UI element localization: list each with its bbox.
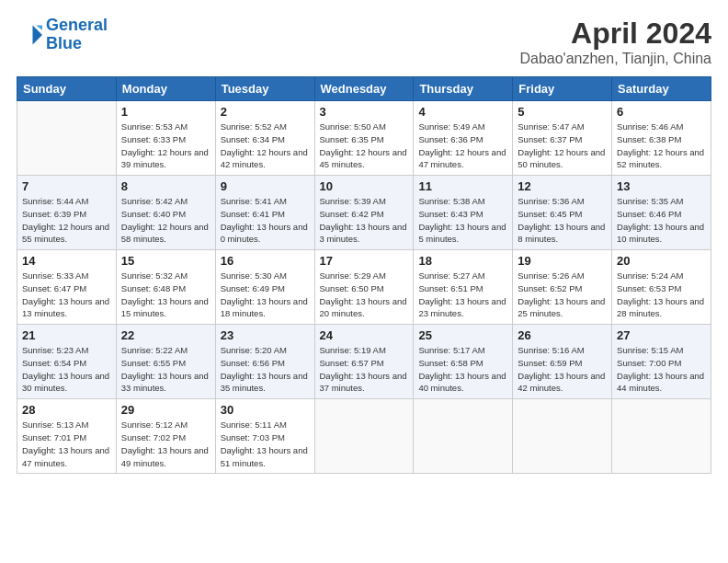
day-info: Sunrise: 5:16 AM Sunset: 6:59 PM Dayligh… bbox=[518, 344, 607, 395]
weekday-header-friday: Friday bbox=[513, 77, 612, 101]
day-cell: 6Sunrise: 5:46 AM Sunset: 6:38 PM Daylig… bbox=[612, 101, 711, 176]
day-number: 24 bbox=[320, 328, 409, 342]
day-number: 19 bbox=[518, 254, 607, 268]
day-cell: 23Sunrise: 5:20 AM Sunset: 6:56 PM Dayli… bbox=[215, 325, 314, 399]
day-info: Sunrise: 5:38 AM Sunset: 6:43 PM Dayligh… bbox=[418, 195, 507, 246]
day-cell: 19Sunrise: 5:26 AM Sunset: 6:52 PM Dayli… bbox=[513, 250, 612, 325]
weekday-header-row: SundayMondayTuesdayWednesdayThursdayFrid… bbox=[17, 77, 711, 101]
day-info: Sunrise: 5:46 AM Sunset: 6:38 PM Dayligh… bbox=[617, 121, 706, 171]
week-row-1: 1Sunrise: 5:53 AM Sunset: 6:33 PM Daylig… bbox=[17, 101, 711, 176]
day-info: Sunrise: 5:50 AM Sunset: 6:35 PM Dayligh… bbox=[320, 121, 409, 171]
day-number: 18 bbox=[418, 254, 507, 268]
day-cell: 10Sunrise: 5:39 AM Sunset: 6:42 PM Dayli… bbox=[314, 176, 414, 250]
day-cell: 20Sunrise: 5:24 AM Sunset: 6:53 PM Dayli… bbox=[612, 250, 711, 325]
day-info: Sunrise: 5:52 AM Sunset: 6:34 PM Dayligh… bbox=[221, 121, 310, 171]
day-info: Sunrise: 5:17 AM Sunset: 6:58 PM Dayligh… bbox=[418, 344, 507, 395]
day-cell: 7Sunrise: 5:44 AM Sunset: 6:39 PM Daylig… bbox=[17, 176, 117, 250]
day-cell: 9Sunrise: 5:41 AM Sunset: 6:41 PM Daylig… bbox=[215, 176, 314, 250]
day-number: 22 bbox=[121, 328, 210, 342]
day-cell: 26Sunrise: 5:16 AM Sunset: 6:59 PM Dayli… bbox=[513, 325, 612, 399]
day-number: 8 bbox=[121, 179, 210, 193]
day-cell: 21Sunrise: 5:23 AM Sunset: 6:54 PM Dayli… bbox=[17, 325, 117, 399]
day-number: 20 bbox=[617, 254, 706, 268]
day-info: Sunrise: 5:39 AM Sunset: 6:42 PM Dayligh… bbox=[320, 195, 409, 246]
day-number: 9 bbox=[221, 179, 310, 193]
day-info: Sunrise: 5:26 AM Sunset: 6:52 PM Dayligh… bbox=[518, 270, 607, 320]
page: General Blue April 2024 Dabao'anzhen, Ti… bbox=[0, 0, 728, 563]
logo-line2: Blue bbox=[46, 34, 82, 52]
day-info: Sunrise: 5:29 AM Sunset: 6:50 PM Dayligh… bbox=[320, 270, 409, 320]
day-number: 3 bbox=[320, 105, 409, 119]
day-number: 4 bbox=[418, 105, 507, 119]
day-cell: 11Sunrise: 5:38 AM Sunset: 6:43 PM Dayli… bbox=[414, 176, 513, 250]
day-cell: 8Sunrise: 5:42 AM Sunset: 6:40 PM Daylig… bbox=[116, 176, 215, 250]
day-cell: 5Sunrise: 5:47 AM Sunset: 6:37 PM Daylig… bbox=[513, 101, 612, 176]
weekday-header-tuesday: Tuesday bbox=[215, 77, 314, 101]
day-cell: 16Sunrise: 5:30 AM Sunset: 6:49 PM Dayli… bbox=[215, 250, 314, 325]
week-row-5: 28Sunrise: 5:13 AM Sunset: 7:01 PM Dayli… bbox=[17, 399, 711, 474]
day-cell: 27Sunrise: 5:15 AM Sunset: 7:00 PM Dayli… bbox=[612, 325, 711, 399]
calendar-table: SundayMondayTuesdayWednesdayThursdayFrid… bbox=[17, 76, 711, 474]
day-info: Sunrise: 5:44 AM Sunset: 6:39 PM Dayligh… bbox=[22, 195, 111, 246]
title-block: April 2024 Dabao'anzhen, Tianjin, China bbox=[519, 17, 711, 67]
day-cell bbox=[513, 399, 612, 474]
day-number: 28 bbox=[22, 403, 111, 417]
day-info: Sunrise: 5:20 AM Sunset: 6:56 PM Dayligh… bbox=[221, 344, 310, 395]
day-number: 27 bbox=[617, 328, 706, 342]
day-cell: 4Sunrise: 5:49 AM Sunset: 6:36 PM Daylig… bbox=[414, 101, 513, 176]
day-cell: 12Sunrise: 5:36 AM Sunset: 6:45 PM Dayli… bbox=[513, 176, 612, 250]
day-cell bbox=[414, 399, 513, 474]
weekday-header-sunday: Sunday bbox=[17, 77, 117, 101]
day-cell bbox=[314, 399, 414, 474]
day-number: 13 bbox=[617, 179, 706, 193]
subtitle: Dabao'anzhen, Tianjin, China bbox=[519, 51, 711, 67]
day-info: Sunrise: 5:36 AM Sunset: 6:45 PM Dayligh… bbox=[518, 195, 607, 246]
day-number: 16 bbox=[221, 254, 310, 268]
day-cell: 15Sunrise: 5:32 AM Sunset: 6:48 PM Dayli… bbox=[116, 250, 215, 325]
day-info: Sunrise: 5:15 AM Sunset: 7:00 PM Dayligh… bbox=[617, 344, 706, 395]
day-info: Sunrise: 5:13 AM Sunset: 7:01 PM Dayligh… bbox=[22, 419, 111, 469]
day-number: 5 bbox=[518, 105, 607, 119]
day-info: Sunrise: 5:24 AM Sunset: 6:53 PM Dayligh… bbox=[617, 270, 706, 320]
day-cell: 29Sunrise: 5:12 AM Sunset: 7:02 PM Dayli… bbox=[116, 399, 215, 474]
logo: General Blue bbox=[17, 17, 108, 53]
day-info: Sunrise: 5:12 AM Sunset: 7:02 PM Dayligh… bbox=[121, 419, 210, 469]
day-number: 29 bbox=[121, 403, 210, 417]
day-info: Sunrise: 5:27 AM Sunset: 6:51 PM Dayligh… bbox=[418, 270, 507, 320]
svg-marker-1 bbox=[36, 25, 42, 29]
logo-icon bbox=[17, 22, 42, 48]
day-cell bbox=[612, 399, 711, 474]
day-cell: 17Sunrise: 5:29 AM Sunset: 6:50 PM Dayli… bbox=[314, 250, 414, 325]
day-number: 10 bbox=[320, 179, 409, 193]
day-number: 26 bbox=[518, 328, 607, 342]
day-number: 17 bbox=[320, 254, 409, 268]
day-cell: 24Sunrise: 5:19 AM Sunset: 6:57 PM Dayli… bbox=[314, 325, 414, 399]
day-number: 21 bbox=[22, 328, 111, 342]
day-cell: 3Sunrise: 5:50 AM Sunset: 6:35 PM Daylig… bbox=[314, 101, 414, 176]
day-info: Sunrise: 5:33 AM Sunset: 6:47 PM Dayligh… bbox=[22, 270, 111, 320]
day-info: Sunrise: 5:49 AM Sunset: 6:36 PM Dayligh… bbox=[418, 121, 507, 171]
day-number: 25 bbox=[418, 328, 507, 342]
day-number: 11 bbox=[418, 179, 507, 193]
day-cell: 30Sunrise: 5:11 AM Sunset: 7:03 PM Dayli… bbox=[215, 399, 314, 474]
weekday-header-wednesday: Wednesday bbox=[314, 77, 414, 101]
day-info: Sunrise: 5:11 AM Sunset: 7:03 PM Dayligh… bbox=[221, 419, 310, 469]
day-info: Sunrise: 5:41 AM Sunset: 6:41 PM Dayligh… bbox=[221, 195, 310, 246]
day-info: Sunrise: 5:22 AM Sunset: 6:55 PM Dayligh… bbox=[121, 344, 210, 395]
weekday-header-thursday: Thursday bbox=[414, 77, 513, 101]
main-title: April 2024 bbox=[519, 17, 711, 51]
day-cell: 18Sunrise: 5:27 AM Sunset: 6:51 PM Dayli… bbox=[414, 250, 513, 325]
day-cell: 2Sunrise: 5:52 AM Sunset: 6:34 PM Daylig… bbox=[215, 101, 314, 176]
day-number: 1 bbox=[121, 105, 210, 119]
day-cell bbox=[17, 101, 117, 176]
day-cell: 1Sunrise: 5:53 AM Sunset: 6:33 PM Daylig… bbox=[116, 101, 215, 176]
day-info: Sunrise: 5:32 AM Sunset: 6:48 PM Dayligh… bbox=[121, 270, 210, 320]
day-number: 2 bbox=[221, 105, 310, 119]
day-info: Sunrise: 5:47 AM Sunset: 6:37 PM Dayligh… bbox=[518, 121, 607, 171]
day-number: 30 bbox=[221, 403, 310, 417]
day-info: Sunrise: 5:23 AM Sunset: 6:54 PM Dayligh… bbox=[22, 344, 111, 395]
day-cell: 22Sunrise: 5:22 AM Sunset: 6:55 PM Dayli… bbox=[116, 325, 215, 399]
week-row-2: 7Sunrise: 5:44 AM Sunset: 6:39 PM Daylig… bbox=[17, 176, 711, 250]
day-info: Sunrise: 5:42 AM Sunset: 6:40 PM Dayligh… bbox=[121, 195, 210, 246]
day-number: 14 bbox=[22, 254, 111, 268]
